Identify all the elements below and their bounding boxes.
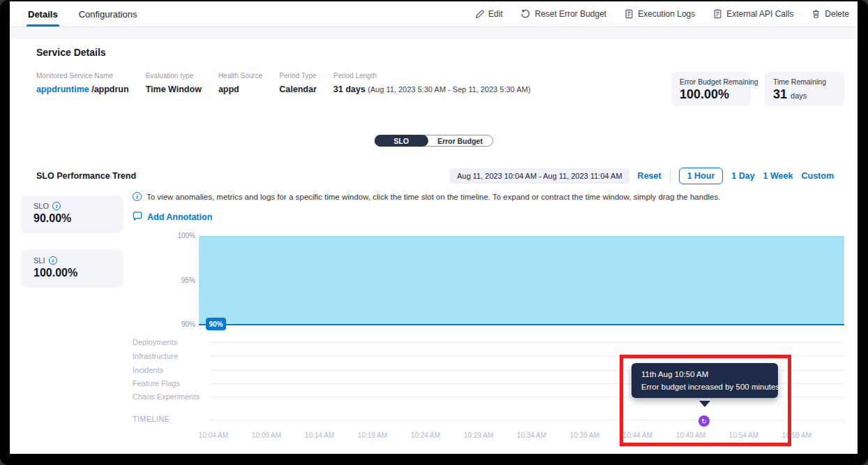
slo-card: SLOi 90.00% (21, 195, 124, 233)
info-icon[interactable]: i (49, 256, 57, 265)
lane-line (210, 356, 844, 357)
document-icon (624, 9, 634, 19)
monitored-service-env: /appdrun (89, 84, 129, 94)
field-label: Monitored Service Name (36, 72, 129, 80)
tab-details-label: Details (28, 9, 58, 20)
view-toggle: SLO Error Budget (374, 135, 493, 147)
x-axis-tick: 10:09 AM (242, 431, 291, 439)
reset-link[interactable]: Reset (638, 171, 661, 181)
y-axis-tick-95: 95% (167, 276, 195, 284)
field-label: Period Length (334, 72, 531, 80)
slo-target-line (199, 324, 844, 325)
monitored-service-link[interactable]: appdruntime (36, 84, 89, 94)
range-1hour-button[interactable]: 1 Hour (679, 168, 724, 184)
toggle-error-budget[interactable]: Error Budget (428, 135, 493, 146)
error-budget-remaining-label: Error Budget Remaining (680, 78, 742, 86)
slo-card-label: SLO (33, 202, 49, 210)
service-details-title: Service Details (36, 47, 106, 58)
range-1week-button[interactable]: 1 Week (763, 171, 793, 181)
execution-logs-button[interactable]: Execution Logs (624, 9, 695, 19)
range-1day-button[interactable]: 1 Day (731, 171, 754, 181)
field-monitored-service: Monitored Service Name appdruntime /appd… (36, 72, 129, 94)
header-actions: Edit Reset Error Budget Execution Logs E… (475, 9, 849, 19)
document-api-icon (713, 9, 722, 19)
annotation-tooltip-text: Error budget increased by 500 minutes (641, 383, 768, 391)
slo-card-value: 90.00% (33, 212, 111, 225)
reset-error-budget-label: Reset Error Budget (534, 9, 606, 19)
info-icon: i (133, 192, 142, 201)
lane-label-infrastructure: Infrastructure (133, 352, 178, 360)
add-annotation-button[interactable]: Add Annotation (133, 211, 212, 223)
info-icon[interactable]: i (52, 202, 61, 210)
lane-label-incidents: Incidents (133, 366, 163, 374)
sli-card: SLIi 100.00% (21, 250, 124, 288)
sli-card-label: SLI (33, 256, 45, 265)
trash-icon (811, 9, 821, 19)
x-axis-tick: 10:19 AM (348, 431, 397, 439)
period-type-value: Calendar (279, 84, 317, 94)
edit-label: Edit (488, 9, 503, 19)
slo-area-chart[interactable] (199, 236, 844, 325)
x-axis-tick: 10:24 AM (401, 431, 450, 439)
execution-logs-label: Execution Logs (638, 9, 695, 19)
x-axis-tick: 10:04 AM (189, 431, 238, 439)
add-annotation-label: Add Annotation (147, 212, 212, 222)
tab-bar: Details Configurations (27, 1, 138, 27)
service-details-fields: Monitored Service Name appdruntime /appd… (36, 72, 530, 94)
field-evaluation-type: Evaluation type Time Window (146, 72, 202, 94)
external-api-calls-label: External API Calls (726, 9, 793, 19)
header-bar: Details Configurations Edit Reset Error … (10, 1, 858, 27)
divider (670, 170, 671, 182)
time-remaining-value: 31 (773, 87, 787, 101)
lane-label-feature-flags: Feature Flags (133, 379, 180, 388)
lane-label-deployments: Deployments (133, 338, 177, 346)
x-axis-tick: 10:39 AM (560, 431, 609, 439)
x-axis-tick: 10:44 AM (613, 431, 662, 439)
field-period-length: Period Length 31 days (Aug 11, 2023 5:30… (334, 72, 531, 94)
reset-icon (521, 9, 530, 19)
trend-controls: Aug 11, 2023 10:04 AM - Aug 11, 2023 11:… (450, 168, 834, 184)
date-range-pill: Aug 11, 2023 10:04 AM - Aug 11, 2023 11:… (450, 168, 629, 184)
time-remaining-card: Time Remaining 31 days (765, 72, 844, 106)
period-length-range: (Aug 11, 2023 5:30 AM - Sep 11, 2023 5:3… (368, 85, 530, 94)
lane-line (210, 342, 844, 343)
health-source-value: appd (218, 84, 262, 94)
speech-bubble-icon (133, 211, 142, 223)
timeline-label: TIMELINE (133, 415, 170, 423)
error-budget-remaining-value: 100.00% (680, 87, 742, 102)
range-custom-button[interactable]: Custom (801, 171, 834, 181)
time-remaining-unit: days (791, 91, 807, 100)
pencil-icon (475, 10, 484, 19)
field-label: Health Source (218, 72, 262, 80)
slo-target-badge: 90% (206, 318, 226, 330)
x-axis-tick: 10:29 AM (454, 431, 503, 439)
annotation-tooltip-time: 11th Aug 10:50 AM (641, 370, 768, 378)
reset-error-budget-button[interactable]: Reset Error Budget (521, 9, 606, 19)
edit-button[interactable]: Edit (475, 9, 503, 19)
x-axis-tick: 10:34 AM (507, 431, 556, 439)
delete-button[interactable]: Delete (811, 9, 849, 19)
evaluation-type-value: Time Window (146, 84, 202, 94)
timeline-line[interactable] (210, 420, 844, 420)
annotation-tooltip: 11th Aug 10:50 AM Error budget increased… (631, 363, 778, 398)
x-axis-tick: 10:49 AM (666, 431, 715, 439)
tab-details[interactable]: Details (27, 1, 59, 27)
toggle-slo[interactable]: SLO (374, 135, 428, 147)
app: Details Configurations Edit Reset Error … (10, 1, 858, 454)
x-axis-tick: 10:59 AM (772, 431, 821, 439)
y-axis-tick-100: 100% (167, 232, 195, 239)
tab-configurations[interactable]: Configurations (77, 1, 139, 27)
window-frame: Details Configurations Edit Reset Error … (0, 0, 868, 465)
tooltip-caret (699, 401, 710, 407)
y-axis-tick-90: 90% (167, 320, 195, 328)
field-label: Period Type (279, 72, 317, 80)
period-length-value: 31 days (334, 84, 366, 94)
content-background: Service Details Monitored Service Name a… (10, 27, 858, 454)
error-budget-remaining-card: Error Budget Remaining 100.00% (671, 72, 751, 106)
x-axis-tick: 10:14 AM (295, 431, 344, 439)
lane-label-chaos-experiments: Chaos Experiments (133, 392, 200, 401)
x-axis-tick: 10:54 AM (719, 431, 768, 439)
external-api-calls-button[interactable]: External API Calls (713, 9, 793, 19)
field-label: Evaluation type (146, 72, 202, 80)
error-budget-reset-marker-icon[interactable]: ↻ (698, 415, 710, 427)
